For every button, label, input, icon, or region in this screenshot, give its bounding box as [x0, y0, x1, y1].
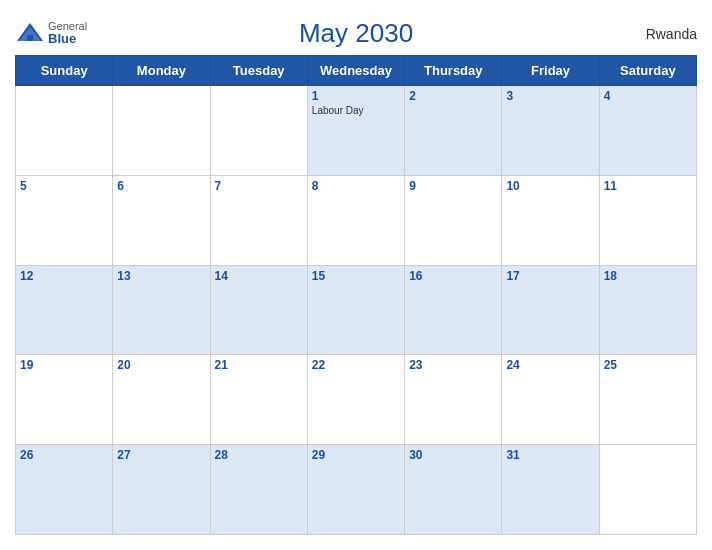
day-number: 5: [20, 179, 108, 193]
calendar-title: May 2030: [299, 18, 413, 49]
days-header-row: Sunday Monday Tuesday Wednesday Thursday…: [16, 56, 697, 86]
table-row: 9: [405, 175, 502, 265]
col-wednesday: Wednesday: [307, 56, 404, 86]
table-row: 31: [502, 445, 599, 535]
day-number: 21: [215, 358, 303, 372]
table-row: 23: [405, 355, 502, 445]
day-number: 26: [20, 448, 108, 462]
day-number: 16: [409, 269, 497, 283]
day-number: 9: [409, 179, 497, 193]
table-row: 20: [113, 355, 210, 445]
day-number: 23: [409, 358, 497, 372]
table-row: 13: [113, 265, 210, 355]
table-row: 27: [113, 445, 210, 535]
week-row-4: 19202122232425: [16, 355, 697, 445]
calendar-table: Sunday Monday Tuesday Wednesday Thursday…: [15, 55, 697, 535]
day-number: 8: [312, 179, 400, 193]
day-number: 12: [20, 269, 108, 283]
table-row: 4: [599, 86, 696, 176]
table-row: [210, 86, 307, 176]
week-row-2: 567891011: [16, 175, 697, 265]
col-friday: Friday: [502, 56, 599, 86]
table-row: 2: [405, 86, 502, 176]
week-row-3: 12131415161718: [16, 265, 697, 355]
col-saturday: Saturday: [599, 56, 696, 86]
day-number: 20: [117, 358, 205, 372]
col-sunday: Sunday: [16, 56, 113, 86]
col-monday: Monday: [113, 56, 210, 86]
table-row: 3: [502, 86, 599, 176]
day-number: 30: [409, 448, 497, 462]
table-row: 16: [405, 265, 502, 355]
day-number: 11: [604, 179, 692, 193]
table-row: 21: [210, 355, 307, 445]
calendar-header: General Blue May 2030 Rwanda: [15, 10, 697, 55]
table-row: 15: [307, 265, 404, 355]
table-row: 7: [210, 175, 307, 265]
day-number: 1: [312, 89, 400, 103]
table-row: 11: [599, 175, 696, 265]
table-row: 8: [307, 175, 404, 265]
day-number: 3: [506, 89, 594, 103]
table-row: 5: [16, 175, 113, 265]
day-number: 27: [117, 448, 205, 462]
day-number: 7: [215, 179, 303, 193]
day-number: 18: [604, 269, 692, 283]
day-number: 6: [117, 179, 205, 193]
day-number: 29: [312, 448, 400, 462]
country-label: Rwanda: [646, 26, 697, 42]
table-row: 24: [502, 355, 599, 445]
day-number: 25: [604, 358, 692, 372]
day-number: 19: [20, 358, 108, 372]
day-number: 22: [312, 358, 400, 372]
day-number: 14: [215, 269, 303, 283]
table-row: 10: [502, 175, 599, 265]
col-tuesday: Tuesday: [210, 56, 307, 86]
table-row: 1Labour Day: [307, 86, 404, 176]
col-thursday: Thursday: [405, 56, 502, 86]
logo-icon: [15, 21, 45, 45]
day-number: 17: [506, 269, 594, 283]
table-row: 26: [16, 445, 113, 535]
day-number: 10: [506, 179, 594, 193]
svg-rect-2: [27, 35, 33, 41]
holiday-label: Labour Day: [312, 105, 400, 116]
table-row: 17: [502, 265, 599, 355]
table-row: [16, 86, 113, 176]
table-row: 29: [307, 445, 404, 535]
table-row: 25: [599, 355, 696, 445]
table-row: 12: [16, 265, 113, 355]
week-row-1: 1Labour Day234: [16, 86, 697, 176]
day-number: 13: [117, 269, 205, 283]
logo: General Blue: [15, 20, 87, 46]
table-row: [113, 86, 210, 176]
logo-blue-text: Blue: [48, 32, 87, 46]
day-number: 15: [312, 269, 400, 283]
table-row: 30: [405, 445, 502, 535]
day-number: 4: [604, 89, 692, 103]
day-number: 28: [215, 448, 303, 462]
week-row-5: 262728293031: [16, 445, 697, 535]
day-number: 2: [409, 89, 497, 103]
table-row: 14: [210, 265, 307, 355]
table-row: 19: [16, 355, 113, 445]
table-row: [599, 445, 696, 535]
table-row: 6: [113, 175, 210, 265]
table-row: 18: [599, 265, 696, 355]
table-row: 28: [210, 445, 307, 535]
day-number: 31: [506, 448, 594, 462]
day-number: 24: [506, 358, 594, 372]
table-row: 22: [307, 355, 404, 445]
